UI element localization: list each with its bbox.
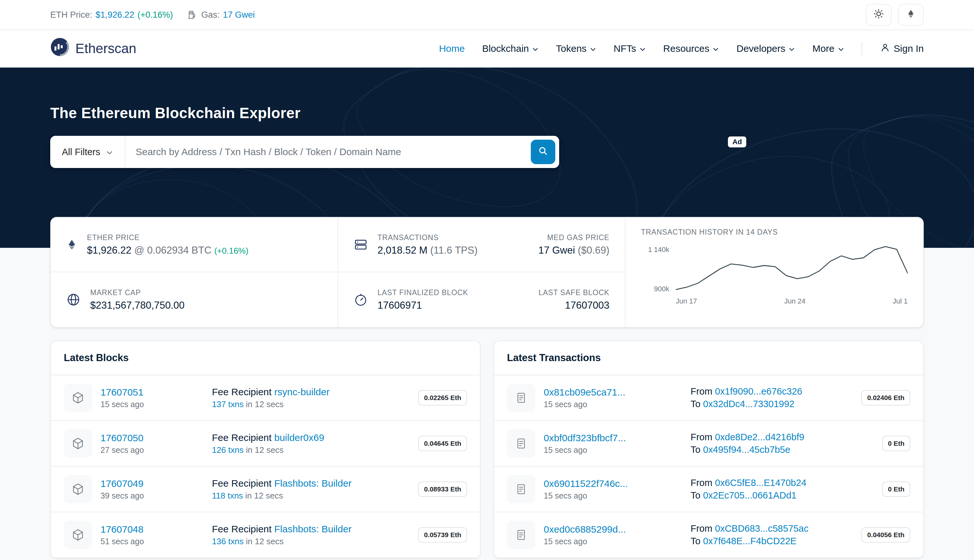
stats-col-price: ETHER PRICE $1,926.22 @ 0.062934 BTC (+0… [51, 218, 338, 327]
eth-price-change: (+0.16%) [137, 10, 173, 20]
ether-price-usd[interactable]: $1,926.22 [87, 245, 131, 256]
search-bar: All Filters [50, 136, 559, 168]
nav-item-nfts[interactable]: NFTs [613, 43, 646, 54]
nav-more-label: More [812, 43, 834, 54]
tx-hash-link[interactable]: 0x69011522f746c... [544, 478, 628, 489]
globe-icon [66, 293, 80, 307]
market-cap-value[interactable]: $231,567,780,750.00 [90, 300, 185, 311]
network-switch-button[interactable] [898, 4, 924, 26]
tx-from-link[interactable]: 0x6C5fE8...E1470b24 [715, 478, 807, 488]
cube-icon [64, 521, 92, 549]
nav-item-tokens[interactable]: Tokens [556, 43, 596, 54]
gas-pump-icon [187, 10, 197, 20]
block-txns-link[interactable]: 126 txns [212, 445, 244, 455]
last-finalized-value[interactable]: 17606971 [378, 300, 468, 311]
eth-price-link[interactable]: $1,926.22 [96, 10, 134, 20]
page-title: The Ethereum Blockchain Explorer [50, 104, 924, 122]
line-chart [676, 244, 908, 295]
nav-item-resources[interactable]: Resources [663, 43, 719, 54]
chevron-down-icon [106, 149, 113, 156]
block-age: 27 secs ago [100, 445, 144, 455]
transactions-value: 2,018.52 M (11.6 TPS) [378, 245, 478, 256]
nav-item-blockchain[interactable]: Blockchain [482, 43, 538, 54]
latest-blocks-card: Latest Blocks 17607051 15 secs ago Fee R… [50, 340, 481, 559]
tx-to-link[interactable]: 0x2Ec705...0661ADd1 [703, 490, 797, 500]
search-input[interactable] [125, 147, 531, 157]
med-gas-gwei[interactable]: 17 Gwei [538, 245, 575, 256]
gas-label: Gas: [201, 10, 220, 20]
tx-hash-link[interactable]: 0xbf0df323bfbcf7... [544, 433, 626, 443]
document-icon [507, 429, 535, 458]
ad-badge: Ad [728, 137, 746, 147]
block-txns-link[interactable]: 136 txns [212, 537, 244, 546]
nav-item-developers[interactable]: Developers [736, 43, 795, 54]
ethereum-icon [66, 237, 77, 252]
transactions-label: TRANSACTIONS [378, 233, 478, 242]
gas-value-link[interactable]: 17 Gwei [223, 10, 255, 20]
tx-amount-badge: 0 Eth [882, 436, 910, 451]
transaction-row: 0x81cb09e5ca71... 15 secs ago From 0x1f9… [494, 375, 923, 421]
block-row: 17607049 39 secs ago Fee Recipient Flash… [51, 467, 480, 512]
etherscan-logo-icon [50, 37, 70, 60]
ethereum-icon [906, 8, 916, 22]
chevron-down-icon [590, 46, 596, 52]
x-tick-0: Jun 17 [676, 297, 697, 305]
tx-to-link[interactable]: 0x7f648E...F4bCD22E [703, 536, 797, 546]
to-label: To [690, 445, 700, 455]
tx-from-link[interactable]: 0x1f9090...e676c326 [715, 386, 802, 397]
block-number-link[interactable]: 17607051 [100, 387, 144, 398]
block-row: 17607051 15 secs ago Fee Recipient rsync… [51, 375, 480, 421]
tx-age: 15 secs ago [544, 537, 626, 546]
search-filter-dropdown[interactable]: All Filters [50, 136, 125, 168]
transactions-count[interactable]: 2,018.52 M [378, 245, 428, 256]
med-gas-value: 17 Gwei ($0.69) [538, 245, 610, 256]
theme-toggle-button[interactable] [866, 4, 892, 26]
fee-recipient-link[interactable]: Flashbots: Builder [274, 478, 351, 488]
tx-age: 15 secs ago [544, 491, 628, 500]
block-txns-link[interactable]: 118 txns [212, 491, 243, 500]
block-number-link[interactable]: 17607048 [100, 524, 144, 535]
block-txn-time: in 12 secs [246, 491, 283, 500]
nav-resources-label: Resources [663, 43, 709, 54]
block-age: 15 secs ago [100, 400, 144, 409]
latest-transactions-card: Latest Transactions 0x81cb09e5ca71... 15… [493, 340, 924, 559]
block-reward-badge: 0.08933 Eth [418, 482, 467, 497]
document-icon [507, 521, 535, 549]
nav-blockchain-label: Blockchain [482, 43, 529, 54]
nav-item-home[interactable]: Home [439, 43, 465, 54]
fee-recipient-link[interactable]: builder0x69 [274, 432, 324, 443]
tx-to-link[interactable]: 0x32dDc4...73301992 [703, 399, 795, 409]
chevron-down-icon [639, 46, 646, 52]
tx-amount-badge: 0 Eth [882, 482, 910, 497]
to-label: To [690, 490, 700, 500]
block-number-link[interactable]: 17607049 [100, 478, 144, 489]
ether-price-change: (+0.16%) [214, 246, 248, 255]
server-icon [354, 238, 368, 252]
tx-hash-link[interactable]: 0x81cb09e5ca71... [544, 387, 625, 398]
fee-recipient-link[interactable]: rsync-builder [274, 387, 329, 397]
block-age: 39 secs ago [100, 491, 144, 500]
sign-in-button[interactable]: Sign In [880, 42, 924, 55]
etherscan-logo[interactable]: Etherscan [50, 37, 136, 60]
gas-info: Gas: 17 Gwei [187, 10, 255, 20]
nav-item-more[interactable]: More [812, 43, 844, 54]
search-button[interactable] [531, 140, 555, 164]
tx-from-link[interactable]: 0xde8De2...d4216bf9 [715, 432, 804, 442]
block-txn-time: in 12 secs [246, 399, 284, 409]
from-label: From [690, 386, 712, 397]
tx-from-link[interactable]: 0xCBD683...c58575ac [715, 523, 809, 533]
transactions-tps: (11.6 TPS) [430, 245, 478, 256]
last-safe-value[interactable]: 17607003 [538, 300, 610, 311]
filter-label: All Filters [62, 147, 100, 157]
tx-hash-link[interactable]: 0xed0c6885299d... [544, 524, 626, 535]
nav-divider [862, 42, 862, 55]
block-number-link[interactable]: 17607050 [100, 433, 144, 443]
fee-recipient-link[interactable]: Flashbots: Builder [274, 523, 351, 534]
to-label: To [690, 399, 700, 409]
tx-to-link[interactable]: 0x495f94...45cb7b5e [703, 445, 790, 455]
block-txns-link[interactable]: 137 txns [212, 399, 244, 409]
nav-home-label: Home [439, 43, 465, 54]
latest-blocks-title: Latest Blocks [51, 341, 480, 375]
fee-recipient-label: Fee Recipient [212, 387, 272, 397]
main-nav: Home Blockchain Tokens NFTs Resources De… [439, 42, 924, 55]
